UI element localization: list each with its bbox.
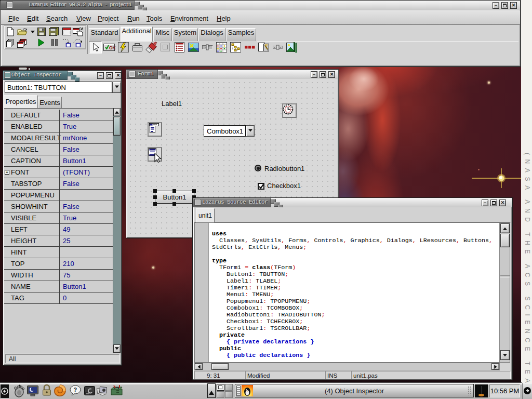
svg-text:OK: OK [109,45,116,50]
svg-text:?: ? [74,387,77,393]
